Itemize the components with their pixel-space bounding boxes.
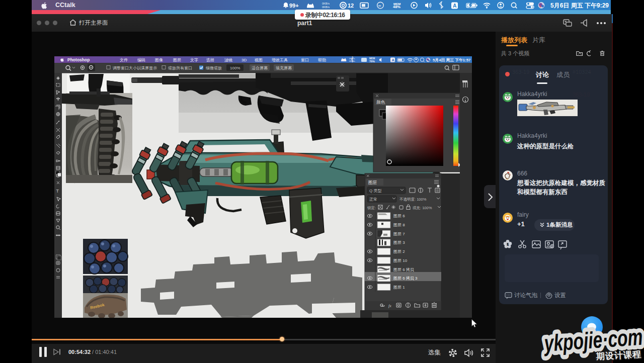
svg-text:选择: 选择: [206, 58, 214, 62]
svg-text:48%: 48%: [393, 5, 400, 9]
svg-text:99+: 99+: [289, 3, 299, 9]
svg-text:图层 7: 图层 7: [393, 232, 405, 236]
svg-text:1: 1: [507, 242, 509, 247]
svg-text:0KB/s: 0KB/s: [322, 2, 330, 5]
svg-text:Photoshop: Photoshop: [67, 57, 90, 62]
svg-text:图层: 图层: [173, 58, 181, 62]
svg-text:图层 2: 图层 2: [393, 249, 405, 254]
svg-text:缩放所有窗口: 缩放所有窗口: [168, 66, 192, 70]
svg-text:滤镜: 滤镜: [224, 58, 232, 62]
svg-text:文字: 文字: [190, 58, 198, 62]
svg-text:T: T: [56, 189, 59, 194]
svg-text:图像: 图像: [155, 58, 163, 62]
svg-text:图层 1: 图层 1: [393, 285, 405, 290]
svg-text:图层 6 拷贝 3: 图层 6 拷贝 3: [393, 276, 418, 281]
svg-text:5月4日 周三 下午1:57: 5月4日 周三 下午1:57: [433, 58, 470, 62]
svg-text:文件: 文件: [120, 58, 128, 62]
svg-text:3D: 3D: [242, 58, 247, 62]
svg-text:0KB/s: 0KB/s: [322, 6, 330, 9]
svg-text:12: 12: [348, 3, 354, 9]
svg-text:窗口: 窗口: [301, 58, 309, 62]
svg-text:图层: 图层: [368, 180, 377, 185]
svg-text:细微缩放: 细微缩放: [206, 66, 222, 70]
svg-text:A: A: [392, 58, 395, 62]
svg-text:填充屏幕: 填充屏幕: [275, 66, 292, 70]
svg-text:编辑: 编辑: [137, 58, 145, 62]
svg-text:增效工具: 增效工具: [271, 58, 288, 62]
svg-text:期设计课程: 期设计课程: [596, 349, 642, 361]
svg-text:不透明度: 100%: 不透明度: 100%: [399, 197, 427, 202]
svg-text:A: A: [453, 3, 457, 9]
svg-text:调整窗口大小以满屏显示: 调整窗口大小以满屏显示: [113, 66, 157, 70]
svg-text:图层 8: 图层 8: [393, 223, 405, 227]
svg-text:帮助: 帮助: [318, 58, 326, 62]
svg-text:Q 类型: Q 类型: [369, 189, 381, 193]
svg-text:图层 6: 图层 6: [393, 214, 405, 218]
svg-text:图层 6 拷贝: 图层 6 拷贝: [393, 267, 414, 272]
svg-text:fx: fx: [388, 304, 391, 308]
svg-text:正常: 正常: [369, 197, 377, 202]
svg-text:适合屏幕: 适合屏幕: [252, 66, 268, 70]
svg-text:视图: 视图: [254, 58, 263, 62]
svg-text:颜色: 颜色: [376, 100, 385, 105]
svg-text:76%: 76%: [369, 60, 375, 63]
svg-text:图层 3: 图层 3: [393, 240, 405, 245]
svg-text:图层 10: 图层 10: [393, 258, 408, 263]
svg-text:锁定:: 锁定:: [367, 206, 376, 210]
svg-text:∞: ∞: [378, 4, 381, 8]
svg-text:100%: 100%: [230, 66, 240, 70]
svg-text:填充: 100%: 填充: 100%: [412, 206, 432, 210]
